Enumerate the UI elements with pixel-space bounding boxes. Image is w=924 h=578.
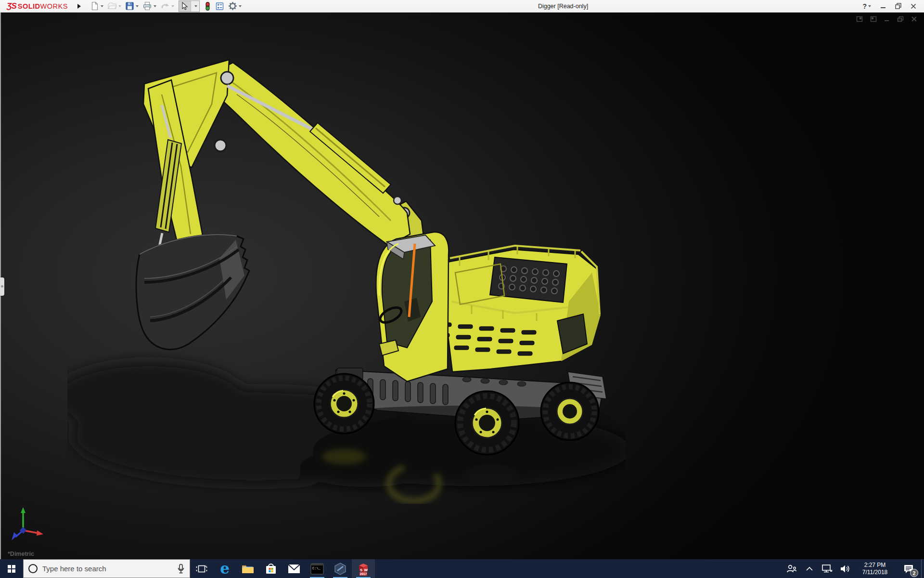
wheel-front-left [314, 374, 374, 434]
solidworks-window: ƷS SOLIDWORKS [0, 0, 924, 578]
windows-logo-icon [8, 565, 15, 573]
volume-button[interactable] [838, 564, 852, 574]
network-icon [821, 564, 833, 574]
doc-minimize-icon[interactable] [884, 16, 890, 22]
open-folder-icon [107, 1, 117, 11]
logo-text-works: WORKS [40, 2, 68, 10]
solidworks-logo: ƷS SOLIDWORKS [0, 0, 73, 12]
open-caret[interactable] [118, 5, 121, 7]
taskbar-mail[interactable] [282, 559, 306, 578]
search-input[interactable] [42, 565, 172, 573]
pane-icon-2[interactable] [870, 16, 877, 22]
document-window-controls [856, 16, 917, 22]
triad-x-axis [23, 530, 43, 536]
wheel-front-right [455, 391, 519, 455]
command-prompt-icon: C:\_ [310, 563, 324, 575]
task-view-icon [196, 564, 207, 574]
taskbar-store[interactable] [259, 559, 282, 578]
edge-icon: e [220, 561, 230, 576]
task-view-button[interactable] [190, 559, 213, 578]
rebuild-button[interactable] [203, 0, 213, 12]
triad-y-axis [21, 507, 26, 530]
upper-body [433, 246, 601, 372]
network-button[interactable] [821, 564, 834, 574]
pane-icon[interactable] [856, 16, 863, 22]
clock-time: 2:27 PM [856, 562, 894, 569]
file-explorer-icon [241, 563, 255, 575]
start-button[interactable] [0, 559, 23, 578]
restore-button[interactable] [895, 3, 901, 9]
print-button[interactable] [141, 0, 158, 12]
taskbar-command-prompt[interactable]: C:\_ [306, 559, 329, 578]
logo-text-solid: SOLID [18, 2, 40, 10]
svg-text:W: W [364, 568, 368, 572]
microphone-icon[interactable] [177, 564, 185, 574]
new-document-caret[interactable] [101, 5, 103, 7]
save-button[interactable] [124, 0, 140, 12]
new-document-icon [90, 1, 99, 11]
volume-icon [840, 564, 850, 574]
mail-icon [287, 564, 301, 574]
open-button[interactable] [106, 0, 123, 12]
window-controls: ? [862, 2, 924, 10]
doc-close-icon[interactable] [911, 16, 917, 22]
undo-icon [160, 2, 170, 11]
solidworks-logo-mark: ƷS [7, 1, 16, 11]
clock[interactable]: 2:27 PM 7/11/2018 [856, 562, 894, 576]
excavator-model[interactable] [67, 32, 626, 504]
minimize-button[interactable] [880, 3, 886, 9]
title-bar: ƷS SOLIDWORKS [0, 0, 924, 13]
close-button[interactable] [911, 3, 916, 9]
doc-restore-icon[interactable] [897, 16, 904, 22]
svg-text:C:\_: C:\_ [312, 566, 321, 570]
menu-flyout-arrow-icon[interactable] [77, 4, 81, 9]
file-properties-button[interactable] [214, 1, 226, 12]
system-tray: 2:27 PM 7/11/2018 2 [785, 559, 921, 578]
taskbar-edge[interactable]: e [213, 559, 236, 578]
svg-text:S: S [360, 568, 363, 572]
people-button[interactable] [785, 564, 798, 574]
show-desktop-button[interactable] [921, 559, 924, 578]
taskbar-edrawings[interactable] [329, 559, 352, 578]
model-container [67, 32, 626, 504]
options-button[interactable] [227, 0, 243, 12]
restore-icon [895, 3, 901, 9]
triad-z-axis [12, 527, 26, 540]
view-orientation-label: *Dimetric [8, 551, 34, 557]
options-caret[interactable] [239, 5, 242, 7]
undo-caret[interactable] [171, 5, 174, 7]
wheel-rear-right [541, 382, 599, 440]
notification-badge: 2 [910, 569, 918, 577]
taskbar-search[interactable] [23, 559, 190, 578]
print-caret[interactable] [154, 5, 156, 7]
edrawings-hexagon-icon [334, 562, 347, 576]
cortana-icon [28, 564, 38, 573]
bucket [136, 235, 249, 349]
orientation-triad[interactable] [7, 505, 48, 547]
feature-manager-flyout-tab[interactable] [0, 277, 4, 296]
help-button[interactable]: ? [862, 2, 871, 10]
save-floppy-icon [125, 1, 134, 11]
graphics-area[interactable]: *Dimetric [0, 13, 924, 559]
new-document-button[interactable] [89, 0, 105, 12]
select-tool-pressed[interactable] [179, 1, 191, 12]
solidworks-2017-icon: S W 2017 [356, 562, 371, 576]
print-icon [142, 1, 152, 11]
svg-text:2017: 2017 [360, 572, 367, 576]
select-tool-button[interactable] [179, 0, 200, 12]
tray-overflow-button[interactable] [803, 566, 816, 571]
rebuild-traffic-light-icon [204, 1, 211, 11]
select-tool-caret[interactable] [191, 1, 199, 12]
store-icon [265, 563, 277, 575]
taskbar-file-explorer[interactable] [236, 559, 259, 578]
action-center-button[interactable]: 2 [898, 559, 919, 578]
help-label: ? [862, 2, 867, 10]
help-caret[interactable] [868, 5, 871, 7]
document-title: Digger [Read-only] [491, 3, 635, 10]
save-caret[interactable] [136, 5, 139, 7]
quick-access-toolbar [89, 0, 243, 12]
taskbar-solidworks[interactable]: S W 2017 [352, 559, 375, 578]
people-icon [786, 564, 797, 574]
minimize-icon [880, 3, 886, 9]
undo-button[interactable] [159, 1, 176, 12]
